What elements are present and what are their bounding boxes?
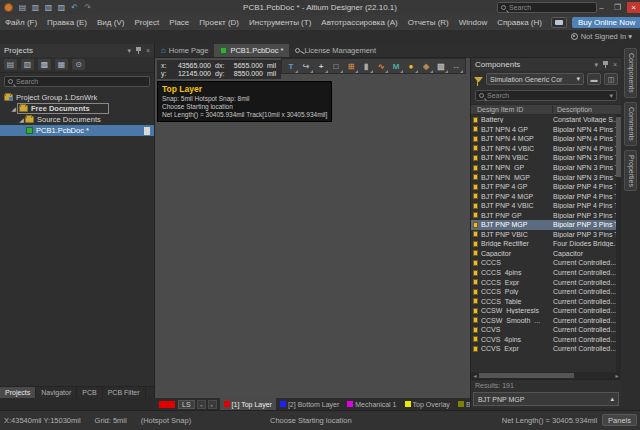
meander-tool-icon[interactable]: M (389, 60, 403, 73)
tree-expand-icon[interactable]: ◢ (18, 116, 25, 123)
vertical-panel-tab[interactable]: Properties (624, 150, 637, 192)
column-design-item-id[interactable]: Design Item ID (471, 106, 553, 113)
layer-tab[interactable]: [2] Bottom Layer (276, 398, 343, 410)
copy-documents-icon[interactable]: ▦ (55, 59, 68, 70)
table-row[interactable]: CCCS_4pins Current Controlled... (471, 268, 621, 278)
menu-item[interactable]: Project (129, 18, 164, 27)
table-row[interactable]: Battery Constant Voltage S... (471, 115, 621, 125)
table-row[interactable]: BJT PNP 4 GP Bipolar PNP 4 Pins Tr... (471, 182, 621, 192)
menu-item[interactable]: Правка (E) (42, 18, 92, 27)
scroll-right-icon[interactable]: ▸ (613, 372, 621, 379)
pcb-editor-canvas[interactable]: x:43565.000 dx:5655.000 mil y:12145.000 … (155, 58, 470, 398)
table-row[interactable]: BJT PNP 4 MGP Bipolar PNP 4 Pins Tr... (471, 191, 621, 201)
tree-item-project-group[interactable]: Project Group 1.DsnWrk (0, 92, 154, 103)
table-row[interactable]: BJT NPN VBIC Bipolar NPN 3 Pins T... (471, 153, 621, 163)
maximize-button[interactable]: ❐ (611, 2, 624, 13)
table-row[interactable]: CCCS Current Controlled... (471, 258, 621, 268)
table-row[interactable]: BJT PNP MGP Bipolar PNP 3 Pins Tr... (471, 220, 621, 230)
layer-scroll-left-icon[interactable]: ◂ (197, 400, 206, 409)
table-row[interactable]: Bridge Rectifier Four Diodes Bridge... (471, 239, 621, 249)
table-row[interactable]: CCSW_Smooth_... Current Controlled... (471, 315, 621, 325)
vertical-scrollbar[interactable] (616, 115, 621, 372)
table-row[interactable]: BJT PNP VBIC Bipolar PNP 3 Pins Tr... (471, 230, 621, 240)
list-view-button[interactable]: ▬ (587, 73, 601, 85)
projects-search-input[interactable]: Search (4, 76, 150, 87)
scrollbar-thumb[interactable] (479, 373, 574, 378)
close-icon[interactable]: × (613, 61, 617, 68)
global-search-input[interactable]: Search (497, 2, 597, 13)
pad-tool-icon[interactable]: ● (404, 60, 418, 73)
menu-item[interactable]: Инструменты (T) (244, 18, 316, 27)
table-row[interactable]: CCSW_Hysteresis Current Controlled... (471, 306, 621, 316)
pin-icon[interactable] (603, 61, 608, 68)
filter-icon[interactable] (474, 77, 483, 82)
layer-scroll-right-icon[interactable]: ▸ (208, 400, 217, 409)
menu-item[interactable]: Place (164, 18, 194, 27)
close-button[interactable]: × (627, 2, 640, 13)
tree-item-free-documents[interactable]: ◢ Free Documents (0, 103, 154, 114)
open-folder-icon[interactable]: ▩ (38, 59, 51, 70)
menu-item[interactable]: Файл (F) (0, 18, 42, 27)
crosshair-tool-icon[interactable]: + (314, 60, 328, 73)
table-row[interactable]: CCVS_Expr Current Controlled... (471, 344, 621, 354)
table-row[interactable]: BJT NPN_GP Bipolar NPN 3 Pins T... (471, 163, 621, 173)
horizontal-scrollbar[interactable]: ◂ ▸ (471, 372, 621, 379)
keepout-tool-icon[interactable]: ▨ (434, 60, 448, 73)
table-row[interactable]: CCVS_4pins Current Controlled... (471, 335, 621, 345)
table-row[interactable]: CCCS_Table Current Controlled... (471, 296, 621, 306)
tab-pcb1-pcbdoc[interactable]: PCB1.PcbDoc * (214, 44, 289, 57)
scroll-left-icon[interactable]: ◂ (471, 372, 479, 379)
tree-item-pcb1-pcbdoc[interactable]: PCB1.PcbDoc * (0, 125, 154, 136)
room-tool-icon[interactable]: □ (329, 60, 343, 73)
selected-component-bar[interactable]: BJT PNP MGP ▴ (473, 392, 619, 406)
table-row[interactable]: Capacitor Capacitor (471, 249, 621, 259)
panels-button[interactable]: Panels (602, 414, 637, 426)
table-row[interactable]: BJT NPN 4 MGP Bipolar NPN 4 Pins T... (471, 134, 621, 144)
vertical-panel-tab[interactable]: Comments (624, 102, 637, 146)
menu-item[interactable]: Вид (V) (92, 18, 129, 27)
column-description[interactable]: Description (553, 106, 621, 113)
table-row[interactable]: BJT PNP 4 VBIC Bipolar PNP 4 Pins Tr... (471, 201, 621, 211)
table-row[interactable]: BJT NPN 4 GP Bipolar NPN 4 Pins T... (471, 125, 621, 135)
tab-home-page[interactable]: ⌂ Home Page (155, 44, 214, 57)
pin-icon[interactable] (136, 47, 141, 54)
tab-license-management[interactable]: License Management (289, 44, 382, 57)
layer-tab[interactable]: Top Overlay (401, 398, 454, 410)
settings-icon[interactable]: ⊙ (72, 59, 85, 70)
table-row[interactable]: BJT NPN_MGP Bipolar NPN 3 Pins T... (471, 172, 621, 182)
table-row[interactable]: BJT NPN 4 VBIC Bipolar NPN 4 Pins T... (471, 144, 621, 154)
table-row[interactable]: CCCS_Poly Current Controlled... (471, 287, 621, 297)
close-icon[interactable]: × (146, 47, 150, 54)
layer-tab[interactable]: [1] Top Layer (220, 398, 276, 410)
save-icon[interactable]: ▤ (4, 59, 17, 70)
edit-document-icon[interactable]: ▧ (21, 59, 34, 70)
panel-tab[interactable]: PCB (77, 387, 102, 398)
account-menu[interactable]: Not Signed In ▾ (571, 32, 632, 41)
routing-modes-icon[interactable]: ↪ (299, 60, 313, 73)
menu-item[interactable]: Автотрассировка (A) (316, 18, 402, 27)
table-row[interactable]: CCVS Current Controlled... (471, 325, 621, 335)
menu-item[interactable]: Window (454, 18, 492, 27)
polygon-tool-icon[interactable]: ◆ (419, 60, 433, 73)
route-tool-icon[interactable]: ∿ (374, 60, 388, 73)
buy-online-button[interactable]: Buy Online Now (572, 17, 640, 28)
category-dropdown[interactable]: Simulation Generic Cor ▾ (486, 73, 584, 85)
menu-item[interactable]: Проект (D) (194, 18, 244, 27)
panel-tab[interactable]: Navigator (36, 387, 77, 398)
split-view-button[interactable]: ◫ (604, 73, 618, 85)
chat-icon[interactable] (551, 17, 567, 28)
table-row[interactable]: CCCS_Expr Current Controlled... (471, 277, 621, 287)
dimension-tool-icon[interactable]: ↔ (449, 60, 463, 73)
chevron-down-icon[interactable]: ▾ (127, 47, 131, 55)
panel-tab[interactable]: Projects (0, 387, 36, 398)
vertical-panel-tab[interactable]: Components (624, 48, 637, 98)
tree-item-source-documents[interactable]: ◢ Source Documents (0, 114, 154, 125)
layer-sets-button[interactable]: LS (178, 400, 195, 409)
pad-array-tool-icon[interactable]: ⊞ (344, 60, 358, 73)
chevron-down-icon[interactable]: ▾ (594, 61, 598, 69)
fill-tool-icon[interactable]: ▮ (359, 60, 373, 73)
components-search-input[interactable]: Search ▾ (475, 90, 617, 101)
menu-item[interactable]: Справка (H) (492, 18, 547, 27)
table-row[interactable]: BJT PNP GP Bipolar PNP 3 Pins Tr... (471, 210, 621, 220)
tree-expand-icon[interactable]: ◢ (10, 105, 17, 112)
